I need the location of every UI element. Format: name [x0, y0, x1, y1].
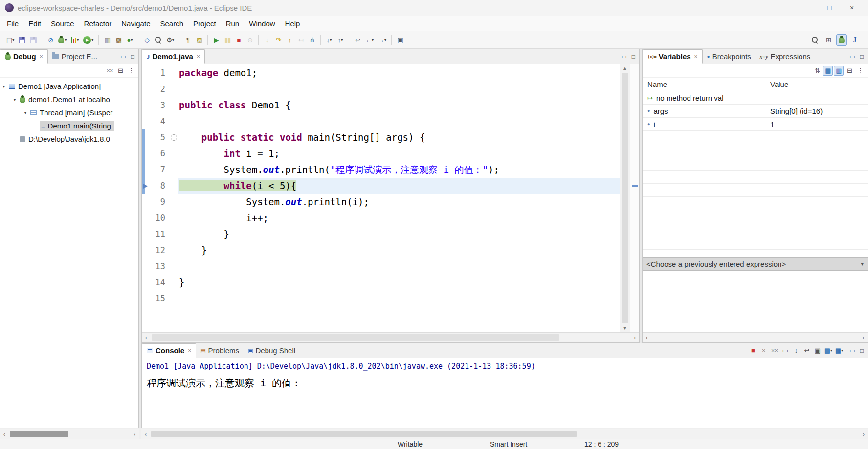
view-menu-icon[interactable]: ⋮	[855, 66, 865, 76]
code-line-3[interactable]: 3public class Demo1 {	[142, 97, 620, 113]
maximize-view-icon[interactable]: □	[131, 53, 134, 60]
menu-window[interactable]: Window	[244, 17, 280, 31]
tab-breakpoints[interactable]: ●Breakpoints	[703, 49, 756, 64]
menu-navigate[interactable]: Navigate	[116, 17, 155, 31]
code-editor[interactable]: 1package demo1;23public class Demo1 {45−…	[142, 64, 620, 332]
close-tab-icon[interactable]: ×	[40, 53, 43, 60]
menu-refactor[interactable]: Refactor	[79, 17, 117, 31]
open-console-icon[interactable]: ▦▾	[834, 346, 844, 356]
scroll-right-icon[interactable]: ›	[859, 431, 868, 438]
scroll-lock-icon[interactable]: ↕	[791, 346, 801, 356]
code-line-7[interactable]: 7 System.out.println("程序调试演示，注意观察 i 的值："…	[142, 162, 620, 178]
code-line-11[interactable]: 11 }	[142, 226, 620, 242]
variables-horizontal-scrollbar[interactable]: ‹ ›	[643, 332, 868, 342]
window-minimize-button[interactable]: ─	[796, 0, 818, 16]
remove-all-launches-icon[interactable]: ××	[769, 346, 779, 356]
console-horizontal-scrollbar[interactable]: ‹ ›	[141, 429, 868, 439]
debug-perspective-icon[interactable]	[836, 34, 847, 46]
tab-debug-shell[interactable]: ▣Debug Shell	[244, 343, 300, 358]
code-line-15[interactable]: 15	[142, 291, 620, 307]
suspend-icon[interactable]: ▮▮	[222, 34, 233, 46]
step-into-icon[interactable]: ↓	[262, 34, 272, 46]
scrollbar-track[interactable]	[150, 429, 859, 439]
show-type-names-icon[interactable]: ⇅	[812, 66, 822, 76]
tab-project-e[interactable]: Project E...	[48, 49, 102, 64]
scroll-right-icon[interactable]: ›	[630, 334, 639, 341]
pin-editor-icon[interactable]: ▣	[395, 34, 405, 46]
maximize-view-icon[interactable]: □	[860, 347, 864, 354]
scrollbar-thumb[interactable]	[622, 73, 628, 323]
code-line-9[interactable]: 9 System.out.println(i);	[142, 194, 620, 210]
resume-icon[interactable]: ▶	[211, 34, 222, 46]
scrollbar-thumb[interactable]	[151, 431, 577, 437]
terminate-console-icon[interactable]: ■	[748, 346, 757, 356]
disconnect-icon[interactable]: ⊝	[245, 34, 255, 46]
overview-ruler[interactable]	[630, 64, 639, 332]
editor-horizontal-scrollbar[interactable]: ‹ ›	[142, 332, 639, 342]
tree-item[interactable]: D:\Develop\Java\jdk1.8.0	[19, 134, 113, 144]
tab-variables[interactable]: (x)=Variables×	[643, 49, 703, 64]
code-line-4[interactable]: 4	[142, 113, 620, 129]
scrollbar-track[interactable]	[651, 333, 859, 342]
menu-edit[interactable]: Edit	[23, 17, 46, 31]
word-wrap-icon[interactable]: ↩	[801, 346, 811, 356]
collapse-all-icon[interactable]: ⊟	[845, 66, 854, 76]
show-columns-icon[interactable]: ▥	[834, 66, 844, 76]
code-line-12[interactable]: 12 }	[142, 242, 620, 258]
variable-row[interactable]: ↦no method return val	[643, 91, 868, 105]
skip-all-breakpoints-icon[interactable]: ⊘	[45, 34, 56, 46]
menu-source[interactable]: Source	[46, 17, 79, 31]
menu-run[interactable]: Run	[221, 17, 245, 31]
save-all-icon[interactable]	[28, 34, 39, 46]
maximize-view-icon[interactable]: □	[860, 53, 864, 60]
collapse-region-icon[interactable]: −	[171, 134, 177, 141]
dropdown-caret-icon[interactable]: ▾	[830, 348, 832, 353]
java-perspective-icon[interactable]: J	[849, 34, 860, 46]
open-perspective-icon[interactable]: ⊞	[823, 34, 834, 46]
scroll-down-icon[interactable]: ▼	[623, 325, 627, 331]
code-line-10[interactable]: 10 i++;	[142, 210, 620, 226]
dropdown-caret-icon[interactable]: ▾	[384, 38, 386, 42]
minimize-view-icon[interactable]: ▭	[120, 53, 126, 60]
scroll-right-icon[interactable]: ›	[859, 334, 868, 341]
show-logical-structures-icon[interactable]: ▤	[823, 66, 833, 76]
clear-console-icon[interactable]: ▭	[780, 346, 790, 356]
scrollbar-track[interactable]	[151, 333, 630, 342]
scroll-up-icon[interactable]: ▲	[623, 65, 627, 71]
window-maximize-button[interactable]: □	[818, 0, 841, 16]
next-annotation-icon[interactable]: ↓▾	[324, 34, 334, 46]
dropdown-caret-icon[interactable]: ▾	[330, 38, 332, 42]
drop-to-frame-icon[interactable]: ↤	[295, 34, 306, 46]
twisty-icon[interactable]: ▾	[22, 110, 29, 115]
code-line-1[interactable]: 1package demo1;	[142, 65, 620, 81]
expression-dropdown-icon[interactable]: ▾	[861, 261, 864, 267]
scrollbar-thumb[interactable]	[10, 431, 68, 437]
new-package-icon[interactable]: ▩	[113, 34, 124, 46]
tab-problems[interactable]: ▤Problems	[196, 343, 244, 358]
tree-item[interactable]: ≡Demo1.main(String	[40, 121, 114, 131]
java-search-icon[interactable]	[153, 34, 164, 46]
close-tab-icon[interactable]: ×	[694, 53, 698, 60]
save-icon[interactable]	[17, 34, 27, 46]
show-whitespace-icon[interactable]: ¶	[182, 34, 193, 46]
dropdown-caret-icon[interactable]: ▾	[172, 38, 174, 42]
menu-file[interactable]: File	[2, 17, 23, 31]
column-header-value[interactable]: Value	[766, 78, 868, 91]
code-line-14[interactable]: 14}	[142, 275, 620, 291]
code-line-13[interactable]: 13	[142, 258, 620, 275]
dropdown-caret-icon[interactable]: ▾	[841, 348, 843, 353]
tree-item[interactable]: Demo1 [Java Application]	[8, 81, 104, 91]
dropdown-caret-icon[interactable]: ▾	[131, 38, 133, 42]
coverage-icon[interactable]: ▾	[69, 34, 81, 46]
dropdown-caret-icon[interactable]: ▾	[91, 38, 93, 42]
variable-row[interactable]: ●i1	[643, 118, 868, 131]
code-line-5[interactable]: 5− public static void main(String[] args…	[142, 129, 620, 146]
maximize-view-icon[interactable]: □	[632, 53, 635, 60]
forward-icon[interactable]: →▾	[376, 34, 388, 46]
code-line-8[interactable]: 8 while(i < 5){	[142, 178, 620, 194]
dropdown-caret-icon[interactable]: ▾	[77, 38, 79, 42]
minimize-view-icon[interactable]: ▭	[621, 53, 626, 60]
window-close-button[interactable]: ×	[841, 0, 863, 16]
previous-annotation-icon[interactable]: ↑▾	[335, 34, 346, 46]
new-java-project-icon[interactable]: ▦	[102, 34, 112, 46]
